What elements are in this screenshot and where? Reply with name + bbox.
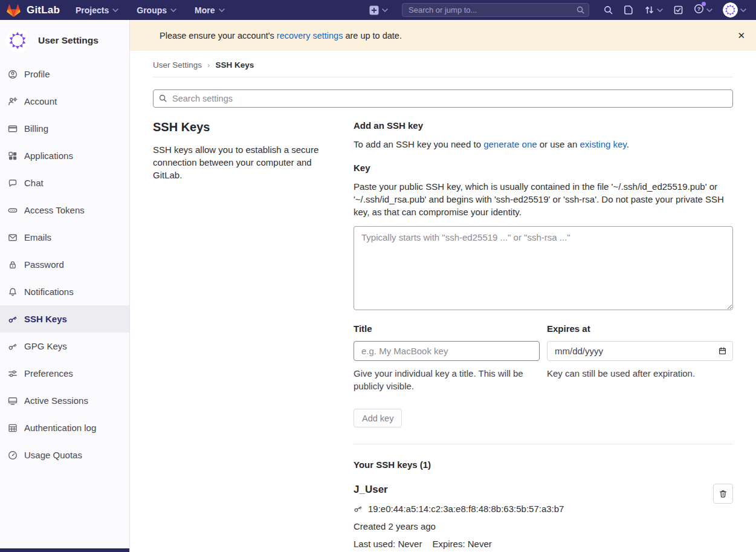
chevron-down-icon [657,8,663,12]
sidebar-item-label: Preferences [24,368,73,378]
access-tokens-icon [8,206,18,215]
settings-search-input[interactable] [153,89,733,108]
sidebar-item-preferences[interactable]: Preferences [0,360,129,387]
nav-more-label: More [195,5,215,15]
billing-icon [8,124,18,134]
sidebar-item-label: Applications [24,151,73,161]
generate-one-link[interactable]: generate one [483,139,537,149]
chevron-down-icon [170,8,176,12]
primary-nav: Projects Groups More [76,5,224,15]
title-expires-row: Title Give your individual key a title. … [354,323,733,392]
gitlab-brand-text: GitLab [27,4,60,16]
ssh-key-list-item: J_User 19:e0:44:a5:14:c2:3a:e8:f8:48:8b:… [354,484,733,549]
section-form: Add an SSH key To add an SSH key you nee… [354,120,733,549]
title-field-group: Title Give your individual key a title. … [354,323,540,392]
chevron-down-icon [112,8,118,12]
sidebar-item-active-sessions[interactable]: Active Sessions [0,387,129,414]
sidebar-item-usage-quotas[interactable]: Usage Quotas [0,441,129,469]
top-navbar: GitLab Projects Groups More [0,0,756,20]
sidebar-item-access-tokens[interactable]: Access Tokens [0,196,129,224]
issues-button[interactable] [624,5,634,15]
sidebar-item-chat[interactable]: Chat [0,169,129,196]
user-menu[interactable] [723,2,746,18]
settings-section: SSH Keys SSH keys allow you to establish… [153,120,733,549]
sidebar-item-account[interactable]: Account [0,88,129,115]
key-help-text: Paste your public SSH key, which is usua… [354,180,733,218]
trash-icon [719,489,728,498]
nav-projects-menu[interactable]: Projects [76,5,118,15]
key-usage-meta: Last used: NeverExpires: Never [354,539,697,549]
key-title-input[interactable] [354,341,540,361]
key-icon [8,314,18,324]
form-intro: To add an SSH key you need to generate o… [354,139,733,149]
sidebar-item-ssh-keys[interactable]: SSH Keys [0,305,129,333]
help-menu[interactable] [694,4,712,16]
sidebar-item-label: Password [24,259,64,270]
sidebar-item-password[interactable]: Password [0,251,129,278]
sidebar-item-label: Access Tokens [24,205,85,215]
todos-button[interactable] [673,5,683,15]
sidebar-item-applications[interactable]: Applications [0,142,129,169]
applications-icon [8,151,18,161]
sidebar-item-billing[interactable]: Billing [0,115,129,142]
alert-banner: Please ensure your account's recovery se… [130,20,756,51]
key-icon [354,504,363,513]
page-title: SSH Keys [153,120,326,134]
sidebar-item-emails[interactable]: Emails [0,224,129,251]
issues-icon [624,5,634,15]
sidebar-item-profile[interactable]: Profile [0,60,129,88]
advanced-search-button[interactable] [603,5,613,15]
preferences-sliders-icon [8,369,18,378]
search-icon [603,5,613,15]
section-description: SSH keys allow you to establish a secure… [153,143,326,181]
add-key-button[interactable]: Add key [354,409,402,427]
your-ssh-keys-heading: Your SSH keys (1) [354,459,733,470]
chevron-down-icon [740,8,746,12]
breadcrumb-parent-link[interactable]: User Settings [153,60,202,70]
alert-close-button[interactable]: ✕ [737,30,745,41]
sidebar-item-label: Account [24,96,57,106]
breadcrumb-current: SSH Keys [215,60,254,70]
sidebar-item-authentication-log[interactable]: Authentication log [0,414,129,441]
password-lock-icon [8,260,18,270]
delete-key-button[interactable] [713,484,733,504]
expires-date-input[interactable] [547,341,733,361]
collapse-sidebar-bar[interactable] [0,548,129,552]
monitor-icon [8,396,18,406]
sidebar-nav: Profile Account Billing Applications Cha… [0,60,129,469]
existing-key-link[interactable]: existing key [580,139,626,149]
ssh-key-textarea[interactable] [354,226,733,310]
gitlab-home-link[interactable]: GitLab [6,3,60,18]
recovery-settings-link[interactable]: recovery settings [277,31,343,41]
sidebar-header: User Settings [0,20,129,60]
search-icon [158,94,167,103]
profile-icon [8,70,18,79]
notifications-bell-icon [8,287,18,297]
log-table-icon [8,423,18,433]
sidebar-item-notifications[interactable]: Notifications [0,278,129,305]
sidebar-item-label: GPG Keys [24,341,67,351]
sidebar-item-label: Emails [24,232,51,242]
gitlab-tanuki-icon [6,3,21,18]
nav-projects-label: Projects [76,5,109,15]
new-item-menu[interactable] [369,5,388,15]
sidebar-item-label: Usage Quotas [24,450,82,460]
sidebar-item-label: Profile [24,69,50,79]
nav-groups-menu[interactable]: Groups [137,5,176,15]
breadcrumb-separator: › [207,60,210,70]
nav-groups-label: Groups [137,5,167,15]
nav-more-menu[interactable]: More [195,5,224,15]
global-search-input[interactable] [402,3,589,17]
chevron-down-icon [219,8,225,12]
key-icon [8,342,18,351]
sidebar-item-label: Billing [24,123,48,134]
chat-icon [8,178,18,188]
section-info: SSH Keys SSH keys allow you to establish… [153,120,326,549]
sidebar-item-label: Active Sessions [24,395,88,406]
sidebar-item-gpg-keys[interactable]: GPG Keys [0,333,129,360]
expires-help-text: Key can still be used after expiration. [547,367,733,380]
merge-requests-menu[interactable] [644,5,663,15]
settings-sidebar: User Settings Profile Account Billing A [0,20,130,552]
sidebar-item-label: SSH Keys [24,314,67,324]
title-label: Title [354,323,540,334]
